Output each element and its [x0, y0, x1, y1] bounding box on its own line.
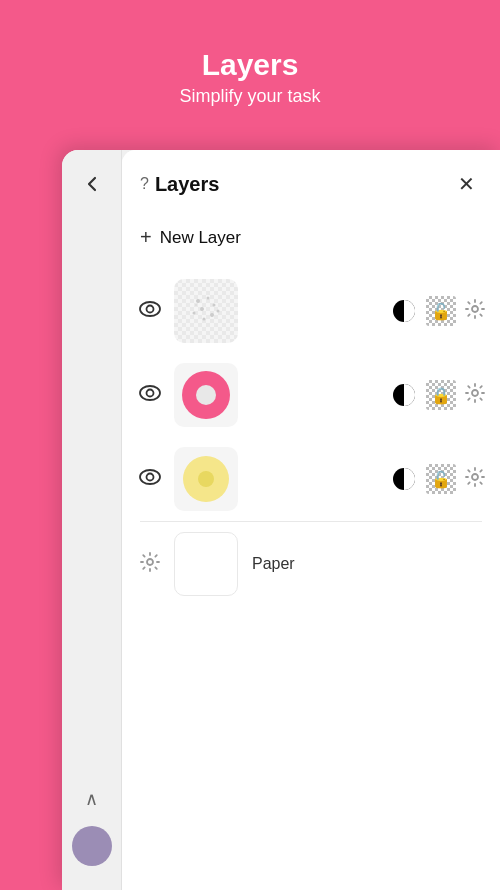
svg-point-12 [472, 306, 478, 312]
layer-visibility-toggle[interactable] [136, 385, 164, 406]
svg-point-9 [195, 304, 197, 306]
back-button[interactable] [74, 166, 110, 202]
avatar [72, 826, 112, 866]
layer-visibility-toggle[interactable] [136, 301, 164, 322]
panel-header: ? Layers ✕ [122, 150, 500, 214]
collapse-chevron[interactable]: ∧ [85, 788, 98, 810]
layer-controls: 🔓 [390, 464, 486, 494]
help-icon[interactable]: ? [140, 175, 149, 193]
svg-point-2 [196, 299, 200, 303]
svg-point-0 [140, 302, 160, 316]
paper-layer: Paper [122, 522, 500, 606]
paper-settings-button[interactable] [136, 551, 164, 578]
layer-thumbnail [174, 363, 238, 427]
svg-point-13 [140, 386, 160, 400]
layer-controls: 🔓 [390, 296, 486, 326]
svg-point-7 [210, 313, 214, 317]
layer-settings-button[interactable] [464, 466, 486, 493]
layer-item: 🔒 [122, 353, 500, 437]
header: Layers Simplify your task [0, 0, 500, 131]
header-subtitle: Simplify your task [0, 86, 500, 107]
svg-point-6 [193, 312, 196, 315]
blend-mode-icon[interactable] [390, 465, 418, 493]
layer-list: 🔓 [122, 261, 500, 614]
svg-point-18 [147, 473, 154, 480]
new-layer-plus-icon: + [140, 226, 152, 249]
new-layer-button[interactable]: + New Layer [122, 214, 500, 261]
panel-title-group: ? Layers [140, 173, 219, 196]
layer-item: 🔓 [122, 437, 500, 521]
layer-thumbnail [174, 279, 238, 343]
sidebar-strip: ∧ [62, 150, 122, 890]
blend-mode-icon[interactable] [390, 297, 418, 325]
close-button[interactable]: ✕ [450, 168, 482, 200]
app-window: ∧ ? Layers ✕ + New Layer [62, 150, 500, 890]
paper-label: Paper [252, 555, 295, 573]
svg-point-20 [472, 474, 478, 480]
svg-point-4 [213, 304, 216, 307]
svg-point-3 [207, 297, 210, 300]
svg-point-1 [147, 305, 154, 312]
svg-point-17 [140, 470, 160, 484]
blend-mode-icon[interactable] [390, 381, 418, 409]
layer-settings-button[interactable] [464, 382, 486, 409]
lock-button[interactable]: 🔓 [426, 296, 456, 326]
layer-settings-button[interactable] [464, 298, 486, 325]
svg-point-14 [147, 389, 154, 396]
main-panel: ? Layers ✕ + New Layer [122, 150, 500, 890]
lock-button[interactable]: 🔒 [426, 380, 456, 410]
svg-point-10 [217, 310, 220, 313]
layer-thumbnail [174, 447, 238, 511]
layer-visibility-toggle[interactable] [136, 469, 164, 490]
layer-controls: 🔒 [390, 380, 486, 410]
layer-item: 🔓 [122, 269, 500, 353]
lock-button[interactable]: 🔓 [426, 464, 456, 494]
panel-title: Layers [155, 173, 220, 196]
paper-thumbnail [174, 532, 238, 596]
svg-point-8 [203, 318, 206, 321]
new-layer-label: New Layer [160, 228, 241, 248]
svg-point-5 [200, 307, 204, 311]
svg-point-16 [472, 390, 478, 396]
svg-point-21 [147, 559, 153, 565]
header-title: Layers [0, 48, 500, 82]
